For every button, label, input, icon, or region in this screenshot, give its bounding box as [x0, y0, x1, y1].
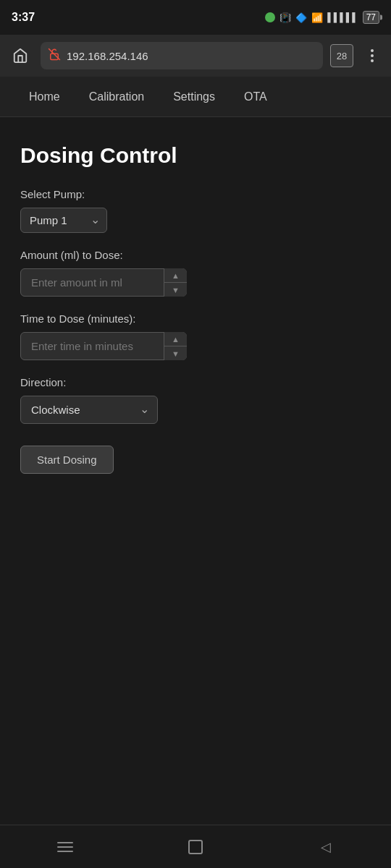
select-pump-label: Select Pump: [20, 188, 371, 200]
direction-group: Direction: Clockwise Counter-Clockwise [20, 376, 371, 424]
time-input-wrapper: ▲ ▼ [20, 332, 187, 360]
time-label: Time to Dose (minutes): [20, 312, 371, 325]
vibrate-icon: 📳 [279, 12, 291, 23]
direction-label: Direction: [20, 376, 371, 388]
main-content: Dosing Control Select Pump: Pump 1 Pump … [0, 117, 391, 825]
direction-select-wrapper: Clockwise Counter-Clockwise [20, 396, 158, 424]
url-text: 192.168.254.146 [67, 50, 316, 62]
amount-label: Amount (ml) to Dose: [20, 249, 371, 261]
amount-spinner-down[interactable]: ▼ [164, 283, 187, 297]
nav-item-settings[interactable]: Settings [159, 77, 230, 117]
address-bar[interactable]: 192.168.254.146 [41, 42, 323, 69]
browser-home-button[interactable] [7, 43, 33, 69]
bottom-nav-menu[interactable] [43, 833, 87, 861]
amount-input[interactable] [20, 268, 187, 297]
bluetooth-icon: 🔷 [295, 12, 307, 23]
select-pump-group: Select Pump: Pump 1 Pump 2 Pump 3 [20, 188, 371, 233]
time-input[interactable] [20, 332, 187, 360]
browser-bar: 192.168.254.146 28 [0, 35, 391, 77]
browser-menu-button[interactable] [361, 44, 384, 67]
nav-bar: Home Calibration Settings OTA [0, 77, 391, 117]
nav-item-home[interactable]: Home [14, 77, 75, 117]
time-spinner-down[interactable]: ▼ [164, 346, 187, 360]
wifi-icon: 📶 [311, 12, 323, 23]
amount-spinner-up[interactable]: ▲ [164, 268, 187, 283]
pump-select-wrapper: Pump 1 Pump 2 Pump 3 [20, 208, 107, 233]
time-group: Time to Dose (minutes): ▲ ▼ [20, 312, 371, 360]
status-icons: 📳 🔷 📶 ▌▌▌▌▌ 77 [265, 11, 379, 24]
bottom-nav: ◁ [0, 825, 391, 868]
nav-item-ota[interactable]: OTA [230, 77, 282, 117]
signal-icon: ▌▌▌▌▌ [327, 12, 358, 22]
home-square-icon [188, 840, 203, 854]
tab-count-badge[interactable]: 28 [330, 44, 353, 67]
green-dot-icon [265, 12, 275, 22]
bottom-nav-home[interactable] [174, 833, 217, 861]
start-dosing-button[interactable]: Start Dosing [20, 446, 114, 474]
amount-input-wrapper: ▲ ▼ [20, 268, 187, 297]
bottom-nav-back[interactable]: ◁ [304, 833, 348, 861]
back-arrow-icon: ◁ [321, 839, 331, 855]
hamburger-icon [57, 842, 73, 852]
status-time: 3:37 [12, 11, 35, 24]
no-lock-icon [48, 48, 61, 64]
nav-item-calibration[interactable]: Calibration [75, 77, 159, 117]
battery-icon: 77 [363, 11, 379, 24]
page-title: Dosing Control [20, 143, 371, 168]
status-bar: 3:37 📳 🔷 📶 ▌▌▌▌▌ 77 [0, 0, 391, 35]
time-spinner: ▲ ▼ [164, 332, 187, 360]
amount-spinner: ▲ ▼ [164, 268, 187, 297]
pump-select[interactable]: Pump 1 Pump 2 Pump 3 [20, 208, 107, 233]
direction-select[interactable]: Clockwise Counter-Clockwise [20, 396, 158, 424]
time-spinner-up[interactable]: ▲ [164, 332, 187, 346]
amount-group: Amount (ml) to Dose: ▲ ▼ [20, 249, 371, 297]
